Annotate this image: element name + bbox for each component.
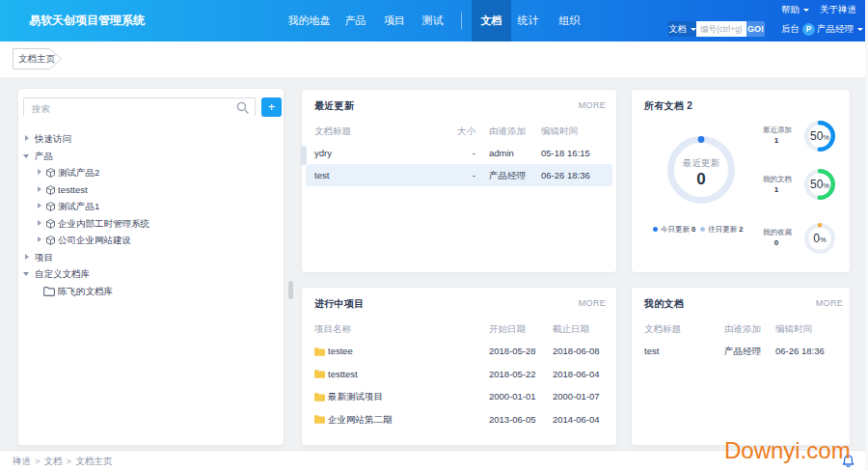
caret-right-icon[interactable]	[38, 169, 41, 175]
topbar-links: 帮助 关于禅道	[781, 5, 856, 15]
stat-recent-added: 最近添加1	[715, 125, 792, 145]
tree-item-product-child[interactable]: 测试产品2	[18, 164, 284, 181]
user-menu[interactable]: 产品经理	[817, 21, 863, 37]
chevron-down-icon	[803, 9, 809, 12]
stat-percent: 50%	[803, 179, 836, 192]
table-row[interactable]: testtest 2018-05-22 2018-06-04	[302, 363, 616, 385]
recent-docs-table: 文档标题 大小 由谁添加 编辑时间 ydry - admin 05-18 16:…	[302, 120, 616, 186]
tab-bar: 文档主页	[0, 42, 868, 77]
card-title: 我的文档	[644, 297, 684, 311]
downyi-watermark: Downyi.com	[724, 437, 851, 464]
recent-updates-card: 最近更新 MORE 文档标题 大小 由谁添加 编辑时间 ydry - admin…	[301, 89, 617, 273]
crumb-doc-home[interactable]: 文档主页	[75, 456, 112, 466]
folder-icon	[314, 370, 325, 378]
card-title: 最近更新	[314, 99, 354, 113]
sidebar-search	[23, 97, 256, 117]
sidebar-search-input[interactable]	[24, 100, 255, 118]
caret-down-icon[interactable]	[23, 154, 29, 158]
product-cube-icon	[46, 185, 55, 195]
more-link[interactable]: MORE	[816, 298, 843, 308]
stat-percent: 50%	[803, 130, 836, 144]
stat-my-favorites: 我的收藏0	[715, 228, 792, 247]
tree-item-custom-lib[interactable]: 自定义文档库	[18, 265, 284, 283]
crumb-doc[interactable]: 文档	[44, 456, 63, 466]
breadcrumb: 禅道>文档>文档主页	[13, 451, 112, 471]
ongoing-projects-card: 进行中项目 MORE 项目名称 开始日期 截止日期 testee 2018-05…	[301, 287, 617, 446]
product-cube-icon	[46, 236, 55, 245]
caret-right-icon[interactable]	[25, 254, 29, 260]
folder-icon	[314, 347, 325, 356]
tree-item-doc-lib[interactable]: 陈飞的文档库	[18, 283, 284, 300]
caret-right-icon[interactable]	[25, 135, 29, 141]
tree-item-product-child[interactable]: 测试产品1	[18, 198, 284, 215]
all-docs-count: 2	[687, 100, 692, 111]
caret-down-icon[interactable]	[23, 272, 29, 276]
legend-dot-blue	[653, 227, 658, 232]
legend-today: 今日更新0	[653, 225, 695, 234]
ring-label: 最近更新	[663, 157, 740, 169]
stat-my-docs: 我的文档1	[715, 175, 792, 194]
tree-item-product-child[interactable]: 企业内部工时管理系统	[18, 215, 284, 233]
legend-dot-lightblue	[700, 227, 705, 232]
card-title: 所有文档 2	[644, 99, 692, 113]
table-row[interactable]: test 产品经理 06-26 18:36	[632, 340, 850, 362]
doc-library-tree: 快速访问 产品 测试产品2 testtest 测试产品1 企业内部工时管理系统	[18, 130, 284, 299]
caret-right-icon[interactable]	[38, 203, 41, 208]
today-dot	[698, 136, 705, 143]
help-menu[interactable]: 帮助	[781, 4, 809, 16]
caret-right-icon[interactable]	[38, 186, 41, 192]
table-row[interactable]: 最新测试项目 2000-01-01 2000-01-07	[302, 385, 616, 407]
folder-icon	[314, 415, 325, 424]
projects-table: 项目名称 开始日期 截止日期 testee 2018-05-28 2018-06…	[302, 318, 616, 430]
table-row[interactable]: testee 2018-05-28 2018-06-08	[302, 340, 616, 362]
my-docs-card: 我的文档 MORE 文档标题 由谁添加 编辑时间 test 产品经理 06-26…	[631, 287, 851, 446]
caret-right-icon[interactable]	[38, 236, 41, 242]
tree-item-product[interactable]: 产品	[18, 148, 284, 165]
more-link[interactable]: MORE	[579, 100, 606, 110]
go-button[interactable]: GO!	[746, 21, 765, 37]
folder-icon	[43, 287, 55, 296]
table-header-row: 项目名称 开始日期 截止日期	[302, 318, 616, 340]
card-title: 进行中项目	[314, 297, 365, 311]
stat-percent: 0%	[803, 233, 836, 246]
product-cube-icon	[46, 219, 55, 229]
folder-icon	[314, 393, 325, 402]
product-cube-icon	[46, 168, 55, 178]
chevron-down-icon	[857, 28, 863, 31]
table-row[interactable]: 企业网站第二期 2013-06-05 2014-06-04	[302, 408, 616, 430]
caret-right-icon[interactable]	[38, 220, 41, 226]
global-search-input[interactable]	[696, 21, 746, 37]
avatar[interactable]: P	[802, 23, 815, 36]
crumb-zentao[interactable]: 禅道	[13, 456, 31, 466]
table-row[interactable]: ydry - admin 05-18 16:15	[302, 142, 616, 164]
panel-scrollbar-thumb[interactable]	[288, 281, 293, 299]
global-search: 文档 GO! 后台 P 产品经理	[0, 21, 868, 37]
more-link[interactable]: MORE	[579, 298, 606, 308]
my-docs-table: 文档标题 由谁添加 编辑时间 test 产品经理 06-26 18:36	[632, 318, 850, 362]
product-cube-icon	[46, 202, 55, 211]
table-header-row: 文档标题 由谁添加 编辑时间	[632, 318, 850, 340]
app-header: 易软天创项目管理系统 我的地盘 产品 项目 测试 文档 统计 组织 帮助 关于禅…	[0, 0, 868, 42]
panel-scrollbar-thumb[interactable]	[301, 146, 307, 165]
search-scope-dropdown[interactable]: 文档	[668, 21, 696, 37]
about-link[interactable]: 关于禅道	[820, 4, 856, 16]
admin-link[interactable]: 后台	[781, 21, 800, 37]
tree-item-quick-access[interactable]: 快速访问	[18, 130, 284, 148]
tree-item-product-child[interactable]: testtest	[18, 181, 284, 199]
tab-doc-home[interactable]: 文档主页	[13, 48, 63, 69]
tab-doc-home-label: 文档主页	[17, 48, 56, 69]
add-doc-lib-button[interactable]: +	[261, 97, 282, 117]
tree-item-product-child[interactable]: 公司企业网站建设	[18, 232, 284, 249]
chevron-down-icon	[691, 28, 696, 31]
sidebar: + 快速访问 产品 测试产品2 testtest 测试产品1 企业内部工	[17, 88, 285, 446]
search-icon	[236, 101, 249, 114]
table-header-row: 文档标题 大小 由谁添加 编辑时间	[302, 120, 616, 142]
all-docs-card: 所有文档 2 最近更新 0 今日更新0 往日更新2 最近添加1 50% 我的文档…	[631, 89, 851, 273]
tree-item-project[interactable]: 项目	[18, 249, 284, 266]
table-row-selected[interactable]: test - 产品经理 06-26 18:36	[302, 164, 616, 186]
